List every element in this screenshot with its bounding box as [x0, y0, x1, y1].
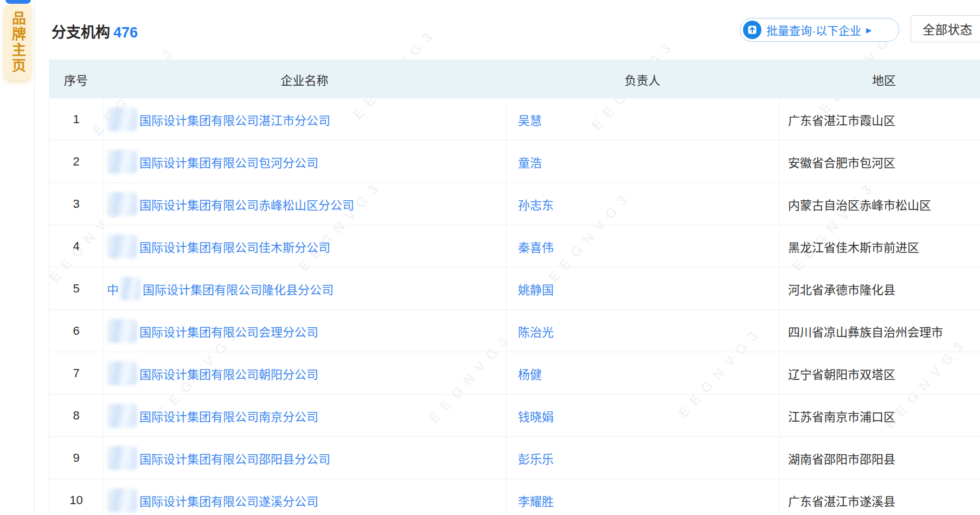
region-text: 四川省凉山彝族自治州会理市 — [779, 310, 980, 352]
column-header-person: 负责人 — [506, 71, 779, 88]
person-link[interactable]: 吴慧 — [518, 111, 542, 128]
company-name-link[interactable]: 国际设计集团有限公司朝阳分公司 — [139, 365, 318, 382]
company-cell: 国际设计集团有限公司南京分公司 — [103, 395, 506, 436]
table-row: 4国际设计集团有限公司佳木斯分公司秦喜伟黑龙江省佳木斯市前进区 — [49, 225, 980, 268]
person-link[interactable]: 陈治光 — [518, 322, 554, 340]
batch-query-button[interactable]: 批量查询·以下企业 ▶ — [740, 18, 899, 42]
company-cell: 国际设计集团有限公司遂溪分公司 — [103, 479, 506, 515]
company-name-link[interactable]: 国际设计集团有限公司赤峰松山区分公司 — [139, 195, 354, 213]
company-cell: 国际设计集团有限公司佳木斯分公司 — [103, 225, 506, 267]
table-row: 2国际设计集团有限公司包河分公司童浩安徽省合肥市包河区 — [49, 141, 980, 183]
export-upload-icon — [743, 21, 761, 39]
sidebar-divider — [34, 0, 35, 515]
status-filter-select[interactable]: 全部状态 — [911, 15, 980, 42]
company-name-link[interactable]: 国际设计集团有限公司隆化县分公司 — [143, 280, 334, 297]
person-link[interactable]: 钱晓娟 — [518, 407, 554, 424]
company-cell: 国际设计集团有限公司朝阳分公司 — [103, 352, 506, 394]
row-index: 4 — [49, 225, 103, 267]
redacted-logo-blur — [107, 404, 137, 428]
company-cell: 国际设计集团有限公司赤峰松山区分公司 — [103, 183, 506, 225]
company-name-link[interactable]: 国际设计集团有限公司遂溪分公司 — [139, 492, 318, 509]
company-name-link[interactable]: 国际设计集团有限公司湛江市分公司 — [139, 111, 330, 128]
person-link[interactable]: 秦喜伟 — [518, 238, 554, 255]
table-row: 8国际设计集团有限公司南京分公司钱晓娟江苏省南京市浦口区 — [49, 395, 980, 437]
column-header-index: 序号 — [49, 71, 103, 88]
sidebar-tab-label: 品牌主页 — [11, 11, 25, 74]
company-name-link[interactable]: 国际设计集团有限公司佳木斯分公司 — [139, 238, 330, 255]
region-text: 河北省承德市隆化县 — [779, 268, 980, 309]
page: { "sidebar": { "tab_label": "品牌主页" }, "h… — [0, 0, 980, 515]
company-name-link[interactable]: 国际设计集团有限公司南京分公司 — [139, 407, 318, 424]
redacted-logo-blur — [107, 361, 137, 385]
redacted-logo-blur — [107, 234, 137, 258]
person-link[interactable]: 杨健 — [518, 365, 542, 382]
person-cell: 钱晓娟 — [506, 395, 779, 436]
region-text: 广东省湛江市遂溪县 — [779, 479, 980, 515]
column-header-region: 地区 — [779, 71, 980, 88]
person-link[interactable]: 李耀胜 — [518, 492, 554, 509]
person-cell: 吴慧 — [506, 98, 779, 140]
redacted-logo-blur — [107, 107, 137, 131]
company-name-prefix: 中 — [107, 280, 119, 297]
person-link[interactable]: 姚静国 — [518, 280, 554, 297]
redacted-logo-blur — [107, 446, 137, 470]
batch-query-label: 批量查询·以下企业 — [766, 22, 861, 38]
table-row: 7国际设计集团有限公司朝阳分公司杨健辽宁省朝阳市双塔区 — [49, 352, 980, 395]
table-body: 1国际设计集团有限公司湛江市分公司吴慧广东省湛江市霞山区2国际设计集团有限公司包… — [49, 98, 980, 515]
region-text: 内蒙古自治区赤峰市松山区 — [779, 183, 980, 225]
table-row: 3国际设计集团有限公司赤峰松山区分公司孙志东内蒙古自治区赤峰市松山区 — [49, 183, 980, 225]
row-index: 10 — [49, 479, 103, 515]
company-name-link[interactable]: 国际设计集团有限公司包河分公司 — [139, 153, 318, 170]
person-link[interactable]: 彭乐乐 — [518, 449, 554, 467]
region-text: 安徽省合肥市包河区 — [779, 141, 980, 182]
region-text: 辽宁省朝阳市双塔区 — [779, 352, 980, 394]
table-row: 9国际设计集团有限公司邵阳县分公司彭乐乐湖南省邵阳市邵阳县 — [49, 437, 980, 479]
table-row: 10国际设计集团有限公司遂溪分公司李耀胜广东省湛江市遂溪县 — [49, 479, 980, 515]
previous-tab-stub[interactable] — [5, 0, 31, 4]
row-index: 3 — [49, 183, 103, 225]
status-filter-value: 全部状态 — [923, 20, 972, 38]
company-cell: 国际设计集团有限公司邵阳县分公司 — [103, 437, 506, 479]
person-link[interactable]: 孙志东 — [518, 195, 554, 213]
company-name-link[interactable]: 国际设计集团有限公司邵阳县分公司 — [139, 449, 330, 467]
person-cell: 孙志东 — [506, 183, 779, 225]
branch-count: 476 — [113, 24, 138, 41]
branch-table: 序号 企业名称 负责人 地区 1国际设计集团有限公司湛江市分公司吴慧广东省湛江市… — [49, 60, 980, 515]
person-cell: 秦喜伟 — [506, 225, 779, 267]
page-title: 分支机构476 — [52, 21, 138, 42]
table-row: 6国际设计集团有限公司会理分公司陈治光四川省凉山彝族自治州会理市 — [49, 310, 980, 352]
table-row: 1国际设计集团有限公司湛江市分公司吴慧广东省湛江市霞山区 — [49, 98, 980, 141]
row-index: 8 — [49, 395, 103, 436]
region-text: 湖南省邵阳市邵阳县 — [779, 437, 980, 479]
region-text: 黑龙江省佳木斯市前进区 — [779, 225, 980, 267]
company-name-link[interactable]: 国际设计集团有限公司会理分公司 — [139, 322, 318, 340]
person-cell: 童浩 — [506, 141, 779, 182]
row-index: 5 — [49, 268, 103, 309]
row-index: 1 — [49, 98, 103, 140]
caret-right-icon: ▶ — [866, 26, 872, 34]
person-cell: 姚静国 — [506, 268, 779, 309]
row-index: 6 — [49, 310, 103, 352]
company-cell: 国际设计集团有限公司会理分公司 — [103, 310, 506, 352]
table-header-row: 序号 企业名称 负责人 地区 — [49, 60, 980, 98]
person-cell: 李耀胜 — [506, 479, 779, 515]
sidebar-tab-brand-home[interactable]: 品牌主页 — [4, 4, 31, 80]
person-cell: 杨健 — [506, 352, 779, 394]
company-cell: 国际设计集团有限公司湛江市分公司 — [103, 98, 506, 140]
company-cell: 中国际设计集团有限公司隆化县分公司 — [103, 268, 506, 309]
redacted-logo-blur — [107, 150, 137, 174]
redacted-logo-blur — [107, 488, 137, 512]
column-header-company: 企业名称 — [103, 71, 506, 88]
region-text: 江苏省南京市浦口区 — [779, 395, 980, 436]
person-cell: 陈治光 — [506, 310, 779, 352]
table-row: 5中国际设计集团有限公司隆化县分公司姚静国河北省承德市隆化县 — [49, 268, 980, 310]
company-cell: 国际设计集团有限公司包河分公司 — [103, 141, 506, 182]
redacted-logo-blur — [107, 192, 137, 216]
row-index: 7 — [49, 352, 103, 394]
redacted-logo-blur — [120, 277, 140, 301]
section-title: 分支机构 — [52, 24, 110, 41]
person-cell: 彭乐乐 — [506, 437, 779, 479]
person-link[interactable]: 童浩 — [518, 153, 542, 170]
row-index: 2 — [49, 141, 103, 182]
row-index: 9 — [49, 437, 103, 479]
